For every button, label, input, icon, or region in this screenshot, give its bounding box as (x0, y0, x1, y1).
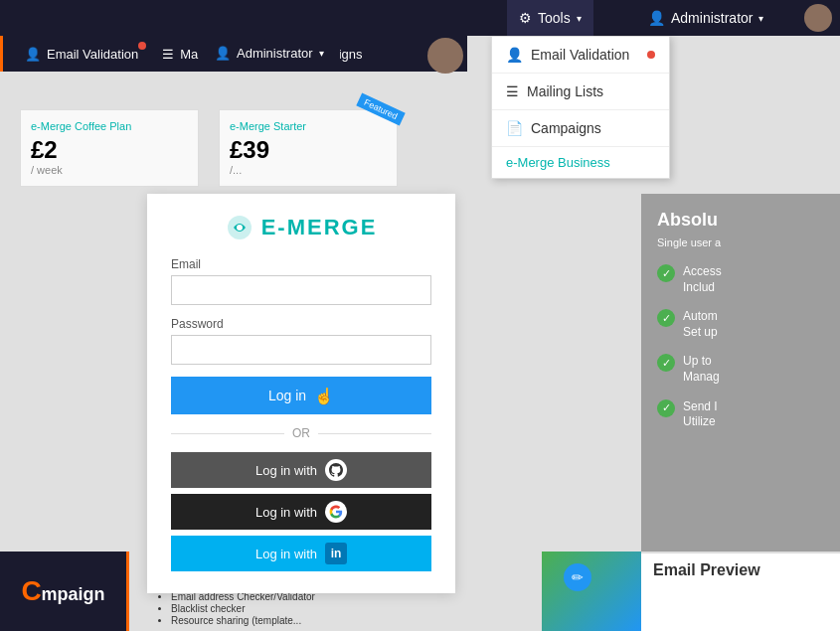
svg-point-1 (237, 225, 243, 231)
pricing-label-2: e-Merge Starter (230, 120, 387, 132)
dropdown-email-validation[interactable]: 👤 Email Validation (492, 37, 669, 74)
top-navbar: ⚙ Tools ▾ 👤 Administrator ▾ (0, 0, 840, 36)
right-panel-item-3: ✓ Up to Manag (657, 354, 824, 385)
dropdown-campaigns-icon: 📄 (506, 120, 523, 136)
admin-badge-secondary: 👤 Administrator ▾ (199, 40, 340, 67)
chevron-admin-secondary: ▾ (319, 48, 324, 59)
dropdown-campaigns[interactable]: 📄 Campaigns (492, 110, 669, 147)
github-login-button[interactable]: Log in with (171, 452, 431, 488)
password-label: Password (171, 317, 431, 331)
admin-avatar (804, 4, 832, 32)
linkedin-login-button[interactable]: Log in with in (171, 536, 431, 571)
person-icon-secondary: 👤 (215, 46, 231, 61)
admin-avatar-secondary (427, 38, 463, 74)
check-icon-4: ✓ (657, 399, 675, 417)
dropdown-mailing-lists[interactable]: ☰ Mailing Lists (492, 74, 669, 110)
google-icon (325, 501, 347, 523)
email-validation-badge (138, 42, 146, 50)
admin-label: Administrator (671, 10, 753, 26)
emerge-business-link[interactable]: e-Merge Business (492, 147, 669, 178)
pricing-period-2: /... (230, 164, 387, 176)
logo-text: E-MERGE (261, 215, 378, 240)
tools-menu-button[interactable]: ⚙ Tools ▾ (507, 0, 593, 36)
tools-label: Tools (538, 10, 571, 26)
email-preview-panel: Email Preview (641, 552, 840, 631)
google-login-label: Log in with (255, 505, 317, 520)
login-form: E-MERGE Email Password Log in ☝ OR Log i… (147, 194, 455, 593)
sidebar-item-email-validation[interactable]: 👤 Email Validation (13, 36, 150, 72)
currency-2: £ (230, 136, 243, 163)
login-button[interactable]: Log in ☝ (171, 377, 431, 414)
right-panel-text-2: Autom Set up (683, 309, 718, 340)
gear-icon: ⚙ (519, 10, 532, 26)
pricing-card-coffee: e-Merge Coffee Plan £2 / week (20, 109, 199, 187)
dropdown-email-badge (647, 51, 655, 59)
admin-menu-button[interactable]: 👤 Administrator ▾ (636, 6, 775, 30)
right-panel-item-2: ✓ Autom Set up (657, 309, 824, 340)
feature-item-5: Blacklist checker (171, 603, 315, 614)
chevron-down-icon2: ▾ (758, 13, 763, 24)
check-icon-1: ✓ (657, 264, 675, 282)
campaign-edit-icon[interactable]: ✏ (564, 563, 591, 591)
email-label: Email (171, 257, 431, 271)
campaign-panel: Cmpaign (0, 552, 129, 631)
email-input[interactable] (171, 275, 431, 305)
or-divider: OR (171, 426, 431, 440)
fingerprint-icon: ☝ (314, 387, 334, 405)
dropdown-mailing-icon: ☰ (506, 83, 519, 99)
campaign-label: Cmpaign (21, 575, 104, 607)
right-panel-text-3: Up to Manag (683, 354, 720, 385)
password-input[interactable] (171, 335, 431, 365)
right-panel-title: Absolu (657, 210, 824, 231)
pricing-amount-2: £39 (230, 136, 387, 164)
google-login-button[interactable]: Log in with (171, 494, 431, 530)
login-button-label: Log in (268, 388, 306, 403)
mailing-lists-icon: ☰ (162, 47, 174, 62)
github-icon (325, 459, 347, 481)
person-icon: 👤 (648, 10, 665, 26)
pricing-amount-1: £2 (31, 136, 188, 164)
login-logo: E-MERGE (171, 214, 431, 241)
divider-line-right (318, 433, 431, 434)
chevron-down-icon: ▾ (577, 13, 582, 24)
dropdown-email-icon: 👤 (506, 47, 523, 63)
email-preview-title: Email Preview (653, 561, 828, 579)
pricing-label-1: e-Merge Coffee Plan (31, 120, 188, 132)
pricing-period-1: / week (31, 164, 188, 176)
tools-dropdown: 👤 Email Validation ☰ Mailing Lists 📄 Cam… (491, 36, 670, 179)
email-validation-icon: 👤 (25, 47, 41, 62)
or-text: OR (292, 426, 310, 440)
right-panel-text-1: Access Includ (683, 264, 722, 295)
feature-item-6: Resource sharing (template... (171, 615, 315, 626)
divider-line-left (171, 433, 284, 434)
linkedin-icon: in (325, 543, 347, 564)
linkedin-login-label: Log in with (255, 547, 317, 561)
emerald-logo-icon (226, 214, 253, 241)
right-panel-item-1: ✓ Access Includ (657, 264, 824, 295)
currency-1: £ (31, 136, 44, 163)
right-panel-subtitle: Single user a (657, 237, 824, 248)
pricing-card-starter: e-Merge Starter £39 /... Featured (219, 109, 398, 187)
email-preview-thumbnail (542, 552, 641, 631)
github-login-label: Log in with (255, 463, 317, 478)
right-panel-item-4: ✓ Send I Utilize (657, 399, 824, 430)
check-icon-3: ✓ (657, 354, 675, 372)
right-panel-text-4: Send I Utilize (683, 399, 718, 430)
check-icon-2: ✓ (657, 309, 675, 327)
